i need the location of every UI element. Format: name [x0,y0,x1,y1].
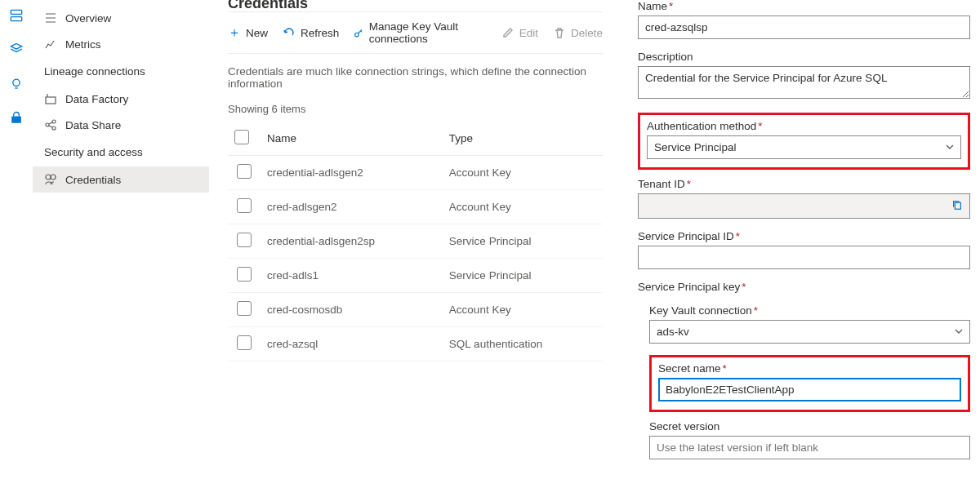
refresh-icon [283,26,296,39]
auth-method-label: Authentication method* [647,120,961,132]
edit-icon [501,26,514,39]
button-label: Manage Key Vault connections [369,20,487,45]
table-row[interactable]: cred-cosmosdbAccount Key [228,293,603,327]
table-row[interactable]: cred-adlsgen2Account Key [228,190,603,224]
svg-point-9 [51,175,56,180]
item-count: Showing 6 items [228,103,603,115]
cell-name: cred-cosmosdb [261,293,443,327]
cell-type: Service Principal [443,224,603,259]
credentials-table: Name Type credential-adlsgen2Account Key… [228,122,603,361]
nav-item-metrics[interactable]: Metrics [33,31,209,57]
row-checkbox[interactable] [237,164,252,179]
svg-rect-3 [11,117,21,123]
svg-point-2 [13,79,20,86]
nav-item-label: Metrics [65,38,101,51]
toolbar: ＋ New Refresh Manage Key Vault connectio… [228,11,603,54]
nav-item-label: Data Factory [65,93,128,105]
manage-kv-button[interactable]: Manage Key Vault connections [354,20,486,45]
kv-connection-select[interactable] [649,320,970,344]
svg-point-5 [46,123,49,126]
new-button[interactable]: ＋ New [228,26,268,39]
nav-item-label: Overview [65,12,111,24]
tenant-id-input [645,199,948,213]
page-description: Credentials are much like connection str… [228,65,603,90]
cell-name: cred-adlsgen2 [261,190,443,224]
column-header-name[interactable]: Name [261,122,443,156]
nav-section-lineage: Lineage connections [33,57,209,86]
secret-name-input[interactable] [658,378,961,401]
auth-method-select[interactable] [647,135,961,159]
row-checkbox[interactable] [237,267,252,282]
icon-rail [0,0,33,479]
sp-key-label: Service Principal key* [638,281,970,293]
auth-method-highlight: Authentication method* [638,113,970,170]
button-label: Delete [571,27,603,39]
select-all-checkbox[interactable] [234,130,249,144]
nav-item-label: Credentials [65,174,121,186]
cell-name: credential-adlsgen2 [261,156,443,190]
plus-icon: ＋ [228,26,241,39]
nav-item-overview[interactable]: Overview [33,5,209,31]
copy-icon[interactable] [951,199,963,213]
secret-name-label: Secret name* [658,362,961,375]
table-row[interactable]: credential-adlsgen2Account Key [228,156,603,190]
row-checkbox[interactable] [237,198,252,213]
svg-point-7 [52,126,56,130]
button-label: New [246,27,268,39]
delete-icon [553,26,566,39]
nav-section-label: Lineage connections [44,65,145,78]
vertical-nav: Overview Metrics Lineage connections Dat… [33,0,210,479]
sp-id-input[interactable] [638,246,970,269]
nav-item-credentials[interactable]: Credentials [33,166,209,193]
column-header-type[interactable]: Type [443,122,603,156]
rail-scan-icon[interactable] [7,41,25,59]
svg-point-6 [52,120,56,123]
button-label: Refresh [301,27,339,39]
refresh-button[interactable]: Refresh [283,26,339,39]
tenant-id-field[interactable] [638,193,970,219]
rail-insights-icon[interactable] [7,75,25,93]
name-input[interactable] [638,16,970,39]
svg-rect-4 [46,97,56,104]
table-row[interactable]: cred-adls1Service Principal [228,259,603,293]
credential-form: Name* Description Authentication method*… [621,0,980,479]
svg-point-8 [46,175,51,180]
share-icon [44,118,57,131]
table-row[interactable]: cred-azsqlSQL authentication [228,327,603,361]
nav-item-data-share[interactable]: Data Share [33,112,209,138]
factory-icon [44,92,57,105]
nav-item-data-factory[interactable]: Data Factory [33,86,209,112]
edit-button: Edit [501,26,538,39]
delete-button: Delete [553,26,603,39]
cell-type: SQL authentication [443,327,603,361]
rail-management-icon[interactable] [7,109,25,127]
cell-type: Account Key [443,293,603,327]
nav-item-label: Data Share [65,119,121,131]
row-checkbox[interactable] [237,335,252,350]
row-checkbox[interactable] [237,233,252,247]
cell-name: cred-azsql [261,327,443,361]
button-label: Edit [519,27,538,39]
table-row[interactable]: credential-adlsgen2spService Principal [228,224,603,259]
secret-version-input[interactable] [649,436,970,459]
kv-connection-label: Key Vault connection* [649,304,970,317]
sp-id-label: Service Principal ID* [638,230,970,242]
description-textarea[interactable] [638,66,970,99]
tenant-id-label: Tenant ID* [638,178,970,190]
cell-type: Service Principal [443,259,603,293]
secret-name-highlight: Secret name* [649,355,970,412]
svg-rect-1 [11,17,21,21]
key-icon [354,26,363,39]
cell-type: Account Key [443,190,603,224]
metrics-icon [44,38,57,51]
row-checkbox[interactable] [237,301,252,316]
nav-section-security: Security and access [33,138,209,166]
rail-sources-icon[interactable] [7,7,25,24]
main-pane: Credentials ＋ New Refresh Manage Key Vau… [210,0,621,479]
cell-name: cred-adls1 [261,259,443,293]
cell-type: Account Key [443,156,603,190]
credentials-icon [44,173,57,186]
list-icon [44,11,57,24]
description-label: Description [638,51,970,63]
nav-section-label: Security and access [44,146,143,158]
